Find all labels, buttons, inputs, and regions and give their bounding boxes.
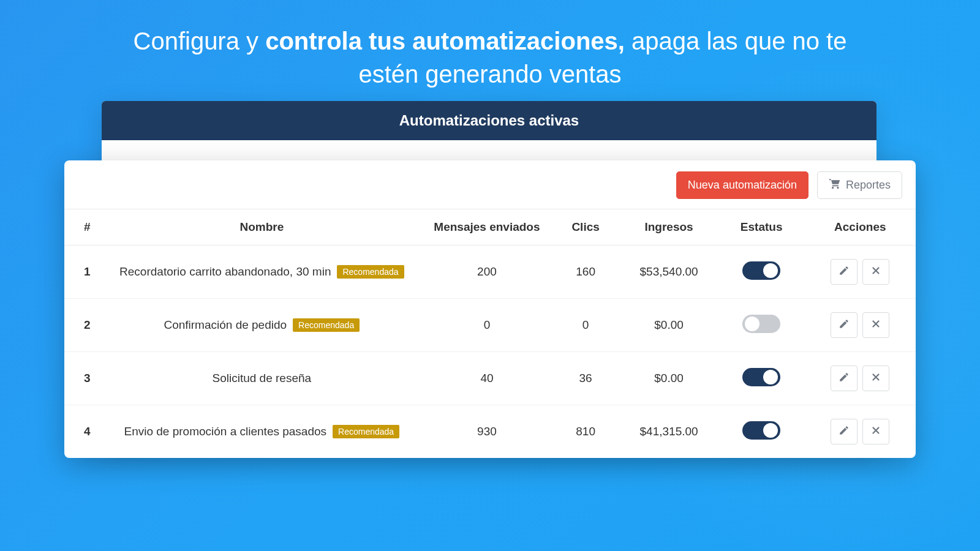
col-header-name: Nombre [101,209,422,246]
row-income: $53,540.00 [620,246,718,299]
row-messages: 40 [422,352,552,405]
row-clicks: 0 [552,299,620,352]
row-name-cell: Solicitud de reseña [101,352,422,405]
table-row: 4Envio de promoción a clientes pasados R… [64,405,916,459]
row-status-cell [718,352,805,405]
automations-table: # Nombre Mensajes enviados Clics Ingreso… [64,209,916,458]
automation-name: Envio de promoción a clientes pasados [124,425,326,438]
row-clicks: 36 [552,352,620,405]
row-status-cell [718,246,805,299]
new-automation-label: Nueva automatización [688,179,797,192]
row-income: $0.00 [620,352,718,405]
pencil-icon [839,372,850,386]
row-name-cell: Confirmación de pedido Recomendada [101,299,422,352]
edit-button[interactable] [831,259,858,285]
row-clicks: 810 [552,405,620,459]
pencil-icon [839,318,850,332]
row-name-cell: Recordatorio carrito abandonado, 30 min … [101,246,422,299]
status-toggle[interactable] [742,421,780,440]
col-header-messages: Mensajes enviados [422,209,552,246]
row-clicks: 160 [552,246,620,299]
pencil-icon [839,265,850,279]
delete-button[interactable] [862,365,889,391]
row-status-cell [718,299,805,352]
new-automation-button[interactable]: Nueva automatización [676,171,809,199]
table-row: 2Confirmación de pedido Recomendada00$0.… [64,299,916,352]
reports-label: Reportes [846,179,891,192]
close-icon [870,265,881,279]
delete-button[interactable] [862,312,889,338]
col-header-clicks: Clics [552,209,620,246]
row-actions-cell [805,405,916,459]
card-toolbar: Nueva automatización Reportes [64,160,916,209]
panel-title: Automatizaciones activas [102,101,876,140]
automation-name: Confirmación de pedido [164,318,287,332]
row-messages: 0 [422,299,552,352]
cart-icon [829,178,841,192]
row-index: 1 [64,246,101,299]
status-toggle[interactable] [742,261,780,280]
delete-button[interactable] [862,259,889,285]
edit-button[interactable] [831,312,858,338]
table-row: 3Solicitud de reseña 4036$0.00 [64,352,916,405]
edit-button[interactable] [831,365,858,391]
col-header-status: Estatus [718,209,805,246]
row-name-cell: Envio de promoción a clientes pasados Re… [101,405,422,459]
row-status-cell [718,405,805,459]
col-header-index: # [64,209,101,246]
edit-button[interactable] [831,419,858,444]
recommended-badge: Recomendada [293,318,360,332]
row-messages: 200 [422,246,552,299]
row-index: 2 [64,299,101,352]
row-index: 3 [64,352,101,405]
reports-button[interactable]: Reportes [817,171,902,199]
row-actions-cell [805,299,916,352]
recommended-badge: Recomendada [333,425,399,438]
close-icon [870,318,881,332]
pencil-icon [839,425,850,439]
hero-pre: Configura y [134,28,266,54]
row-actions-cell [805,352,916,405]
col-header-income: Ingresos [620,209,718,246]
automation-name: Recordatorio carrito abandonado, 30 min [119,265,331,279]
delete-button[interactable] [862,419,889,444]
status-toggle[interactable] [742,368,780,386]
automation-name: Solicitud de reseña [213,372,312,385]
close-icon [870,425,881,439]
table-row: 1Recordatorio carrito abandonado, 30 min… [64,246,916,299]
recommended-badge: Recomendada [337,265,404,279]
row-income: $0.00 [620,299,718,352]
hero-bold: controla tus automatizaciones, [265,28,625,54]
status-toggle[interactable] [742,315,780,333]
row-index: 4 [64,405,101,459]
col-header-actions: Acciones [805,209,916,246]
automations-card: Nueva automatización Reportes # Nombre M… [64,160,916,458]
row-messages: 930 [422,405,552,459]
close-icon [870,372,881,386]
row-income: $41,315.00 [620,405,718,459]
row-actions-cell [805,246,916,299]
